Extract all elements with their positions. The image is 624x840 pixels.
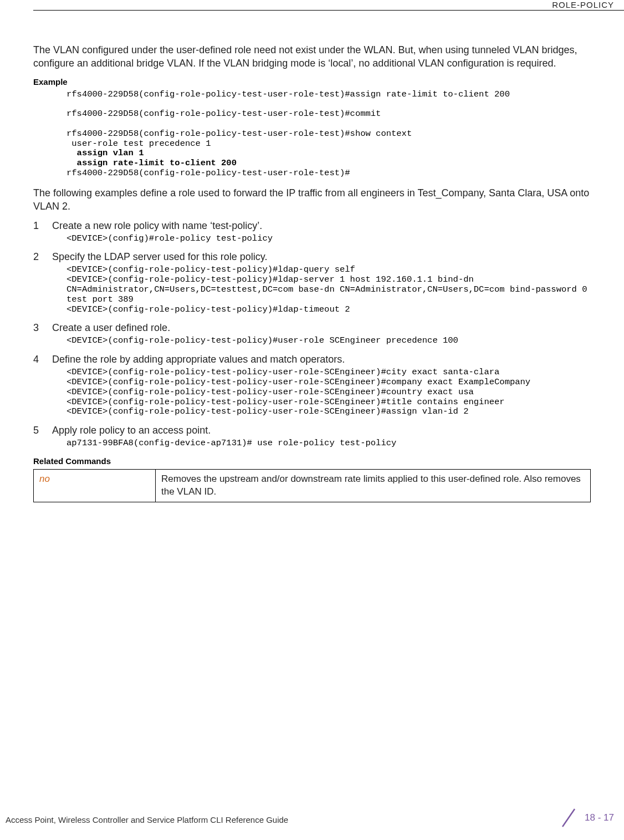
code-line: rfs4000-229D58(config-role-policy-test-u… bbox=[67, 89, 510, 99]
step-item: 5 Apply role policy to an access point. … bbox=[33, 425, 591, 449]
step-item: 2 Specify the LDAP server used for this … bbox=[33, 251, 591, 314]
code-line: rfs4000-229D58(config-role-policy-test-u… bbox=[67, 129, 412, 139]
step-text: Specify the LDAP server used for this ro… bbox=[52, 251, 268, 263]
related-commands-label: Related Commands bbox=[33, 456, 591, 466]
step-item: 4 Define the role by adding appropriate … bbox=[33, 354, 591, 417]
step-number: 1 bbox=[33, 220, 43, 232]
code-line: rfs4000-229D58(config-role-policy-test-u… bbox=[67, 109, 381, 119]
code-line: user-role test precedence 1 bbox=[67, 139, 211, 149]
code-line-bold: assign vlan 1 bbox=[67, 148, 144, 158]
step-number: 4 bbox=[33, 354, 43, 365]
code-line-bold: assign rate-limit to-client 200 bbox=[67, 158, 237, 168]
header-rule bbox=[33, 10, 624, 11]
example-description: The following examples define a role use… bbox=[33, 186, 591, 213]
code-line: rfs4000-229D58(config-role-policy-test-u… bbox=[67, 168, 350, 178]
step-code: ap7131-99BFA8(config-device-ap7131)# use… bbox=[67, 439, 591, 449]
intro-paragraph: The VLAN configured under the user-defin… bbox=[33, 43, 591, 70]
step-text: Create a new role policy with name ‘test… bbox=[52, 220, 262, 232]
footer-slash-icon bbox=[559, 807, 578, 829]
step-number: 5 bbox=[33, 425, 43, 436]
step-code: <DEVICE>(config-role-policy-test-policy)… bbox=[67, 265, 591, 314]
step-code: <DEVICE>(config-role-policy-test-policy)… bbox=[67, 336, 591, 346]
step-code: <DEVICE>(config-role-policy-test-policy-… bbox=[67, 368, 591, 417]
footer-right: 18 - 17 bbox=[559, 807, 614, 829]
step-text: Define the role by adding appropriate va… bbox=[52, 354, 345, 365]
step-item: 1 Create a new role policy with name ‘te… bbox=[33, 220, 591, 244]
step-number: 2 bbox=[33, 251, 43, 263]
example-label: Example bbox=[33, 77, 591, 86]
footer-guide-title: Access Point, Wireless Controller and Se… bbox=[6, 815, 288, 824]
related-commands-table: no Removes the upstream and/or downstrea… bbox=[33, 469, 591, 502]
example-code-block: rfs4000-229D58(config-role-policy-test-u… bbox=[67, 90, 591, 179]
related-command-desc: Removes the upstream and/or downstream r… bbox=[156, 470, 591, 502]
header-section: ROLE-POLICY bbox=[552, 0, 614, 9]
page-content: The VLAN configured under the user-defin… bbox=[33, 43, 591, 801]
step-number: 3 bbox=[33, 322, 43, 334]
step-item: 3 Create a user defined role. <DEVICE>(c… bbox=[33, 322, 591, 346]
step-text: Apply role policy to an access point. bbox=[52, 425, 211, 436]
step-text: Create a user defined role. bbox=[52, 322, 170, 334]
table-row: no Removes the upstream and/or downstrea… bbox=[34, 470, 591, 502]
related-command-name: no bbox=[34, 470, 156, 502]
step-code: <DEVICE>(config)#role-policy test-policy bbox=[67, 234, 591, 244]
svg-line-0 bbox=[562, 809, 575, 827]
footer-page-number: 18 - 17 bbox=[585, 812, 614, 823]
steps-list: 1 Create a new role policy with name ‘te… bbox=[33, 220, 591, 449]
